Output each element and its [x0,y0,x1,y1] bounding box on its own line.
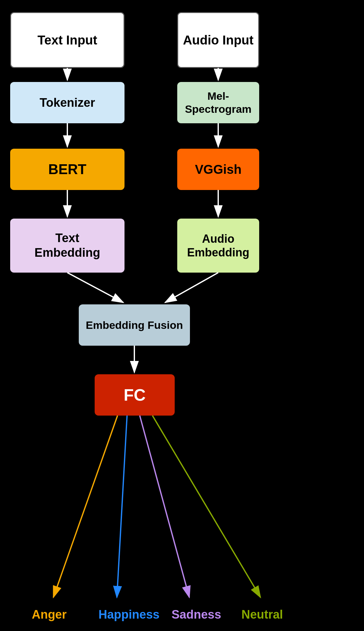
diagram-container: Text Input Audio Input Tokenizer Mel-Spe… [0,0,364,631]
vggish-label: VGGish [195,162,242,177]
vggish-box: VGGish [177,149,259,190]
audio-input-box: Audio Input [177,12,259,68]
text-embedding-box: TextEmbedding [10,219,125,273]
tokenizer-label: Tokenizer [40,96,95,110]
neutral-label: Neutral [241,608,283,621]
text-input-box: Text Input [10,12,125,68]
text-embedding-label: TextEmbedding [35,231,100,260]
anger-label: Anger [32,608,67,621]
audio-input-label: Audio Input [183,33,253,47]
embedding-fusion-box: Embedding Fusion [79,304,190,346]
fc-box: FC [95,374,175,416]
happiness-label: Happiness [98,608,159,621]
audio-embedding-box: AudioEmbedding [177,219,259,273]
mel-spectrogram-label: Mel-Spectrogram [185,90,252,116]
svg-line-17 [152,416,260,597]
svg-line-11 [67,273,123,302]
mel-spectrogram-box: Mel-Spectrogram [177,82,259,123]
bert-box: BERT [10,149,125,190]
bert-label: BERT [48,161,86,177]
svg-line-15 [117,416,127,597]
audio-embedding-label: AudioEmbedding [187,232,249,259]
text-input-label: Text Input [37,33,97,47]
svg-line-12 [165,273,218,302]
svg-line-14 [53,416,118,597]
tokenizer-box: Tokenizer [10,82,125,123]
svg-line-16 [140,416,189,597]
embedding-fusion-label: Embedding Fusion [86,319,183,331]
fc-label: FC [124,385,145,404]
sadness-label: Sadness [172,608,221,621]
